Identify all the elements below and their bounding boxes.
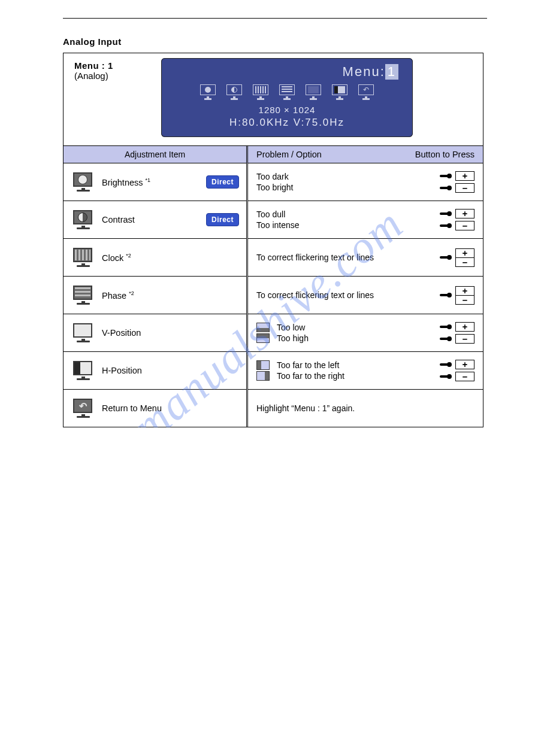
hand-point-icon [440, 210, 452, 218]
osd-analog-label: (Analog) [74, 71, 128, 81]
direct-badge: Direct [206, 175, 239, 189]
pos-high-icon [256, 333, 270, 343]
row-label: V-Position [102, 328, 141, 338]
row-return: ↶ Return to Menu Highlight “Menu : 1” ag… [64, 390, 483, 427]
contrast-icon [224, 84, 244, 100]
hand-point-icon [440, 291, 452, 299]
press-plus-minus: +− [440, 248, 474, 267]
hand-point-icon [440, 335, 452, 343]
phase-icon [72, 286, 95, 305]
hand-point-icon [440, 172, 452, 180]
press-minus: − [440, 183, 474, 193]
brightness-icon [198, 84, 218, 100]
osd-title-prefix: Menu: [343, 64, 385, 79]
problem-text: Too low [256, 323, 309, 332]
header-adjustment: Adjustment Item [64, 146, 247, 163]
problem-text: Too dull [256, 210, 300, 219]
problem-text: Too dark [256, 172, 293, 181]
menu-table: Menu : 1 (Analog) Menu:1 ↶ 1280 × 1024 H [63, 53, 483, 427]
hand-point-icon [440, 372, 452, 381]
osd-frequency: H:80.0KHz V:75.0Hz [170, 117, 404, 129]
manual-page: Analog Input Menu : 1 (Analog) Menu:1 [0, 0, 535, 427]
row-clock: Clock *2 To correct flickering text or l… [64, 239, 483, 277]
press-minus: − [440, 221, 474, 230]
section-title: Analog Input [63, 37, 487, 47]
row-phase: Phase *2 To correct flickering text or l… [64, 277, 483, 314]
press-plus: + [440, 209, 474, 218]
hand-point-icon [440, 323, 452, 331]
pos-left-icon [256, 360, 270, 370]
header-right: Problem / Option Button to Press [248, 146, 483, 163]
problem-text: Too intense [256, 220, 300, 230]
table-header: Adjustment Item Problem / Option Button … [64, 146, 483, 163]
row-label: Brightness *1 [102, 177, 150, 187]
vposition-icon [303, 84, 324, 100]
return-icon: ↶ [72, 399, 95, 418]
header-problem: Problem / Option [256, 150, 322, 159]
row-hposition: H-Position Too far to the left Too far t… [64, 352, 483, 390]
osd-menu-label: Menu : 1 [74, 60, 128, 71]
top-rule [63, 18, 487, 19]
row-brightness: Brightness *1 Direct Too dark Too bright… [64, 163, 483, 201]
press-plus-minus: +− [440, 286, 474, 305]
row-vposition: V-Position Too low Too high + − [64, 314, 483, 352]
press-minus: − [440, 334, 474, 344]
row-label: Clock *2 [102, 253, 131, 263]
hand-point-icon [440, 253, 452, 262]
problem-text: To correct flickering text or lines [256, 290, 374, 300]
press-minus: − [440, 372, 474, 381]
direct-badge: Direct [206, 213, 239, 226]
problem-text: To correct flickering text or lines [256, 253, 374, 262]
pos-right-icon [256, 371, 270, 381]
header-button: Button to Press [415, 150, 474, 159]
problem-text: Too high [256, 333, 309, 343]
phase-icon [277, 84, 297, 100]
osd-left-labels: Menu : 1 (Analog) [74, 58, 128, 81]
problem-text: Too bright [256, 183, 293, 192]
osd-section: Menu : 1 (Analog) Menu:1 ↶ 1280 × 1024 H [64, 53, 483, 146]
problem-text: Highlight “Menu : 1” again. [256, 403, 355, 413]
hand-point-icon [440, 360, 452, 369]
row-label: Phase *2 [102, 290, 134, 300]
osd-title-number: 1 [385, 64, 398, 80]
row-label: Return to Menu [102, 403, 162, 413]
clock-icon [72, 248, 95, 267]
pos-low-icon [256, 323, 270, 332]
return-icon: ↶ [356, 84, 376, 100]
row-contrast: Contrast Direct Too dull Too intense + − [64, 201, 483, 239]
press-plus: + [440, 322, 474, 332]
row-label: Contrast [102, 215, 135, 224]
problem-text: Too far to the right [256, 371, 344, 381]
hand-point-icon [440, 221, 452, 230]
osd-panel-title: Menu:1 [170, 64, 404, 80]
brightness-icon [72, 172, 95, 192]
press-plus: + [440, 171, 474, 181]
contrast-icon [72, 210, 95, 229]
adjustment-table: Adjustment Item Problem / Option Button … [64, 146, 483, 427]
hposition-icon [330, 84, 350, 100]
problem-text: Too far to the left [256, 360, 344, 370]
press-plus: + [440, 360, 474, 369]
clock-icon [250, 84, 271, 100]
row-label: H-Position [102, 366, 142, 375]
hand-point-icon [440, 184, 452, 192]
vposition-icon [72, 323, 95, 342]
osd-resolution: 1280 × 1024 [170, 105, 404, 115]
osd-icon-row: ↶ [170, 84, 404, 100]
osd-panel: Menu:1 ↶ 1280 × 1024 H:80.0KHz V:75.0Hz [161, 58, 413, 137]
hposition-icon [72, 361, 95, 380]
